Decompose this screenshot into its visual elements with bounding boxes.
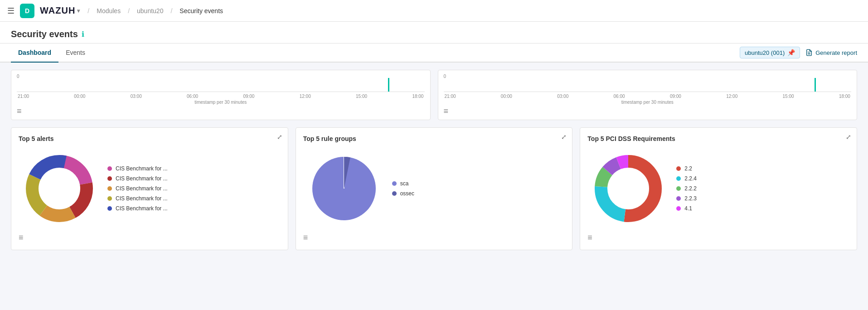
legend-item-224: 2.2.4 [676,175,697,182]
legend-label: CIS Benchmark for ... [116,205,168,212]
brand-dropdown-icon[interactable]: ▾ [77,8,80,14]
chart3-legend: 2.2 2.2.4 2.2.2 2.2.3 [676,165,697,212]
brand-logo: WAZUH ▾ [40,5,80,16]
legend-item-222: 2.2.2 [676,185,697,192]
timeline2-bar [815,78,816,92]
chart2-footer: ≡ [303,233,565,242]
legend-label: CIS Benchmark for ... [116,185,168,192]
timeline1-zero: 0 [17,74,19,79]
nav-separator2: / [128,7,130,15]
legend-item: CIS Benchmark for ... [107,175,168,182]
hamburger-icon[interactable]: ☰ [7,6,15,16]
chart3-body: 2.2 2.2.4 2.2.2 2.2.3 [587,148,849,229]
tabs: Dashboard Events [0,44,103,62]
legend-dot [107,166,112,171]
chart2-legend: sca ossec [392,180,414,197]
chart3-expand-icon[interactable]: ⤢ [846,133,851,140]
chart2-title: Top 5 rule groups [303,135,565,142]
legend-label-sca: sca [400,180,409,187]
chart1-legend-icon[interactable]: ≡ [19,233,24,242]
nav-agent-link[interactable]: ubuntu20 [137,7,163,15]
legend-dot [107,176,112,181]
generate-report-label: Generate report [815,49,857,56]
tab-events[interactable]: Events [58,44,92,63]
legend-label-224: 2.2.4 [684,175,697,182]
nav-modules-link[interactable]: Modules [97,7,121,15]
chart3-legend-icon[interactable]: ≡ [587,233,592,242]
agent-badge-label: ubuntu20 (001) [745,49,785,56]
timeline2-zero: 0 [444,74,446,79]
chart2-legend-icon[interactable]: ≡ [303,233,308,242]
chart2-svg [303,148,385,229]
legend-label: CIS Benchmark for ... [116,195,168,202]
legend-item: CIS Benchmark for ... [107,185,168,192]
generate-report-button[interactable]: Generate report [805,49,857,56]
legend-label: CIS Benchmark for ... [116,165,168,172]
legend-label-222: 2.2.2 [684,185,697,192]
legend-dot-22 [676,166,681,171]
legend-label-41: 4.1 [684,205,692,212]
legend-dot-sca [392,181,397,186]
chart-top5-pci-dss: Top 5 PCI DSS Requirements ⤢ [580,127,857,250]
timeline-row: 0 21:00 00:00 03:00 06:00 09:00 12:00 15… [11,70,857,120]
chart3-title: Top 5 PCI DSS Requirements [587,135,849,142]
topnav: ☰ D WAZUH ▾ / Modules / ubuntu20 / Secur… [0,0,868,22]
agent-badge[interactable]: ubuntu20 (001) 📌 [740,47,800,58]
chart-top5-rule-groups: Top 5 rule groups ⤢ [296,127,573,250]
timeline2-legend-icon[interactable]: ≡ [444,107,852,116]
chart1-title: Top 5 alerts [19,135,281,142]
timeline1-bar [388,78,389,92]
legend-item-ossec: ossec [392,190,414,197]
legend-item-41: 4.1 [676,205,697,212]
timeline-card-1: 0 21:00 00:00 03:00 06:00 09:00 12:00 15… [11,70,431,120]
chart1-legend: CIS Benchmark for ... CIS Benchmark for … [107,165,168,212]
legend-label-ossec: ossec [400,190,414,197]
chart3-donut [587,148,669,229]
legend-dot-ossec [392,191,397,196]
page-title: Security events [11,29,78,39]
chart-top5-alerts: Top 5 alerts ⤢ [11,127,288,250]
legend-item: CIS Benchmark for ... [107,165,168,172]
legend-dot [107,186,112,191]
timeline1-footer: timestamp per 30 minutes [17,100,425,105]
nav-separator3: / [170,7,172,15]
legend-dot-224 [676,176,681,181]
info-icon[interactable]: ℹ [82,30,84,39]
chart2-donut [303,148,385,229]
legend-label: CIS Benchmark for ... [116,175,168,182]
tab-dashboard[interactable]: Dashboard [11,44,58,63]
chart1-footer: ≡ [19,233,281,242]
chart3-svg [587,148,669,229]
legend-item: CIS Benchmark for ... [107,205,168,212]
charts-row: Top 5 alerts ⤢ [11,127,857,250]
timeline2-labels: 21:00 00:00 03:00 06:00 09:00 12:00 15:0… [444,94,852,99]
legend-dot-223 [676,196,681,201]
legend-item-sca: sca [392,180,414,187]
nav-current-page: Security events [179,7,223,15]
svg-point-7 [39,169,79,208]
timeline1-legend-icon[interactable]: ≡ [17,107,425,116]
main-content: 0 21:00 00:00 03:00 06:00 09:00 12:00 15… [0,63,868,257]
timeline2-footer: timestamp per 30 minutes [444,100,852,105]
legend-dot [107,196,112,201]
legend-label-223: 2.2.3 [684,195,697,202]
legend-item: CIS Benchmark for ... [107,195,168,202]
chart1-body: CIS Benchmark for ... CIS Benchmark for … [19,148,281,229]
chart2-expand-icon[interactable]: ⤢ [561,133,567,140]
svg-point-13 [608,169,648,208]
timeline1-labels: 21:00 00:00 03:00 06:00 09:00 12:00 15:0… [17,94,425,99]
chart1-donut [19,148,100,229]
chart1-svg [19,148,100,229]
page-header: Security events ℹ [0,22,868,44]
report-icon [805,49,813,56]
avatar: D [20,4,34,18]
legend-item-223: 2.2.3 [676,195,697,202]
legend-item-22: 2.2 [676,165,697,172]
legend-dot [107,206,112,211]
legend-dot-222 [676,186,681,191]
timeline-card-2: 0 21:00 00:00 03:00 06:00 09:00 12:00 15… [438,70,858,120]
nav-separator: / [87,7,89,15]
chart3-footer: ≡ [587,233,849,242]
chart1-expand-icon[interactable]: ⤢ [277,133,282,140]
pin-icon: 📌 [787,49,795,56]
